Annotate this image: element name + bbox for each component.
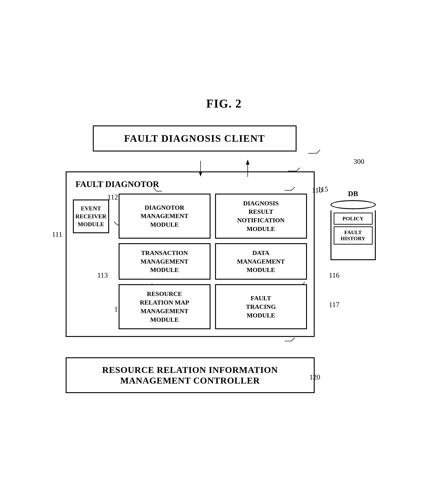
bottom-controller-box: RESOURCE RELATION INFORMATION MANAGEMENT… (66, 357, 315, 393)
event-receiver-module-box: EVENT RECEIVER MODULE (73, 200, 109, 233)
fault-diagnotor-outer: 115 111 112 113 114 116 117 FAULT DIAGNO… (66, 171, 324, 337)
data-management-label: DATA MANAGEMENT MODULE (237, 249, 285, 274)
db-cylinder: POLICY FAULT HISTORY (330, 200, 376, 260)
transaction-management-label: TRANSACTION MANAGEMENT MODULE (141, 249, 189, 274)
db-cylinder-top (330, 200, 376, 209)
resource-relation-map-management-box: RESOURCE RELATION MAP MANAGEMENT MODULE (119, 284, 211, 329)
modules-grid: DIAGNOTOR MANAGEMENT MODULE DIAGNOSIS RE… (119, 194, 307, 329)
fault-diagnotor-label: FAULT DIAGNOTOR (73, 179, 307, 189)
fault-tracing-module-box: FAULT TRACING MODULE (215, 284, 307, 329)
bottom-box-label: RESOURCE RELATION INFORMATION MANAGEMENT… (102, 365, 278, 386)
fault-diagnosis-client-box: FAULT DIAGNOSIS CLIENT (93, 125, 297, 151)
transaction-management-module-box: TRANSACTION MANAGEMENT MODULE (119, 243, 211, 280)
event-receiver-label: EVENT RECEIVER MODULE (75, 204, 106, 228)
page: FIG. 2 (32, 83, 416, 407)
ref-300: 300 (353, 157, 364, 166)
db-cylinder-body: POLICY FAULT HISTORY (330, 210, 376, 260)
db-inner-boxes: POLICY FAULT HISTORY (331, 210, 375, 247)
db-fault-history-box: FAULT HISTORY (334, 227, 373, 245)
diagnotor-management-label: DIAGNOTOR MANAGEMENT MODULE (141, 203, 189, 229)
ref-120: 120 (310, 373, 320, 381)
db-area: DB POLICY FAULT HISTORY (328, 190, 378, 260)
db-policy-label: POLICY (343, 216, 363, 221)
db-policy-box: POLICY (334, 213, 373, 225)
diagnotor-management-module-box: DIAGNOTOR MANAGEMENT MODULE (119, 194, 211, 239)
ref-116: 116 (329, 271, 340, 280)
db-fault-history-label: FAULT HISTORY (341, 229, 365, 241)
data-management-module-box: DATA MANAGEMENT MODULE (215, 243, 307, 280)
event-receiver-area: EVENT RECEIVER MODULE (73, 200, 109, 233)
diagram-container: 200 FAULT DIAGNOSIS CLIENT 110 300 115 1… (66, 124, 383, 393)
fdc-area: FAULT DIAGNOSIS CLIENT (66, 124, 324, 153)
diagnosis-result-notification-box: DIAGNOSIS RESULT NOTIFICATION MODULE (215, 194, 307, 239)
diagnosis-result-label: DIAGNOSIS RESULT NOTIFICATION MODULE (237, 199, 285, 233)
fault-diagnotor-box: FAULT DIAGNOTOR EVENT RECEIVER MODULE DI… (66, 171, 315, 337)
resource-relation-map-label: RESOURCE RELATION MAP MANAGEMENT MODULE (140, 290, 189, 324)
ref-117: 117 (329, 300, 340, 309)
fault-tracing-label: FAULT TRACING MODULE (246, 294, 276, 319)
ref-111: 111 (52, 230, 62, 239)
fdc-label: FAULT DIAGNOSIS CLIENT (124, 133, 265, 144)
arrow-spacer-1 (66, 153, 324, 171)
figure-title: FIG. 2 (41, 97, 407, 110)
ref-115: 115 (318, 185, 328, 193)
db-label: DB (328, 190, 378, 198)
arrow-spacer-2 (66, 337, 324, 357)
